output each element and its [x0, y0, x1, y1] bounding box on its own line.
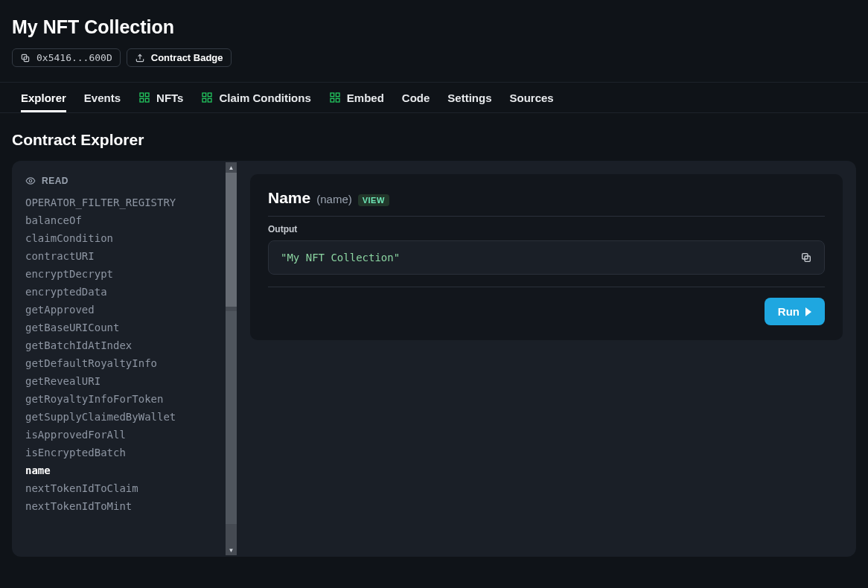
tab-sources[interactable]: Sources — [510, 83, 554, 112]
play-icon — [805, 307, 811, 316]
tab-bar: ExplorerEventsNFTsClaim ConditionsEmbedC… — [0, 82, 868, 113]
grid-icon — [201, 92, 213, 103]
function-item-encryptDecrypt[interactable]: encryptDecrypt — [25, 268, 228, 280]
svg-rect-3 — [145, 93, 149, 97]
function-signature: (name) — [316, 193, 352, 205]
tab-claim-conditions[interactable]: Claim Conditions — [201, 83, 310, 112]
read-section-header: READ — [25, 176, 228, 186]
tab-label: NFTs — [156, 92, 183, 104]
read-label: READ — [42, 176, 68, 186]
contract-badge-chip[interactable]: Contract Badge — [127, 48, 232, 67]
tab-label: Events — [84, 92, 121, 104]
tab-label: Embed — [347, 92, 384, 104]
tab-explorer[interactable]: Explorer — [21, 83, 66, 112]
eye-icon — [25, 176, 36, 186]
svg-rect-9 — [208, 98, 212, 102]
svg-rect-6 — [202, 93, 206, 97]
svg-rect-8 — [202, 98, 206, 102]
function-item-claimCondition[interactable]: claimCondition — [25, 232, 228, 244]
function-item-getRoyaltyInfoForToken[interactable]: getRoyaltyInfoForToken — [25, 393, 228, 405]
run-button[interactable]: Run — [765, 298, 825, 325]
copy-output-icon[interactable] — [800, 252, 812, 263]
function-item-getApproved[interactable]: getApproved — [25, 304, 228, 316]
tab-code[interactable]: Code — [402, 83, 430, 112]
tab-settings[interactable]: Settings — [447, 83, 491, 112]
function-item-name[interactable]: name — [25, 464, 228, 476]
scrollbar-thumb-secondary[interactable] — [226, 311, 237, 524]
svg-rect-2 — [140, 93, 144, 97]
scroll-down-arrow[interactable]: ▼ — [226, 545, 237, 555]
function-item-getBaseURICount[interactable]: getBaseURICount — [25, 322, 228, 333]
tab-embed[interactable]: Embed — [329, 83, 384, 112]
function-name-heading: Name — [268, 189, 310, 207]
tab-label: Explorer — [21, 92, 66, 104]
function-item-isApprovedForAll[interactable]: isApprovedForAll — [25, 429, 228, 441]
output-label: Output — [268, 224, 825, 234]
scroll-up-arrow[interactable]: ▲ — [226, 162, 237, 173]
function-item-OPERATOR_FILTER_REGISTRY[interactable]: OPERATOR_FILTER_REGISTRY — [25, 196, 228, 208]
svg-rect-5 — [145, 98, 149, 102]
share-icon — [135, 53, 145, 63]
tab-nfts[interactable]: NFTs — [138, 83, 183, 112]
scrollbar-thumb[interactable] — [226, 173, 237, 307]
svg-rect-11 — [336, 93, 339, 97]
contract-address-text: 0x5416...600D — [36, 52, 112, 63]
svg-rect-13 — [336, 98, 339, 102]
tab-label: Claim Conditions — [219, 92, 310, 104]
section-title: Contract Explorer — [0, 113, 868, 161]
svg-point-14 — [29, 179, 32, 182]
svg-rect-7 — [208, 93, 212, 97]
tab-label: Code — [402, 92, 430, 104]
function-item-isEncryptedBatch[interactable]: isEncryptedBatch — [25, 447, 228, 458]
copy-icon — [20, 53, 31, 63]
function-item-balanceOf[interactable]: balanceOf — [25, 214, 228, 226]
run-button-label: Run — [778, 305, 800, 318]
function-item-nextTokenIdToClaim[interactable]: nextTokenIdToClaim — [25, 482, 228, 494]
svg-rect-4 — [140, 98, 144, 102]
svg-rect-12 — [331, 98, 334, 102]
function-item-getDefaultRoyaltyInfo[interactable]: getDefaultRoyaltyInfo — [25, 357, 228, 369]
output-value: "My NFT Collection" — [281, 252, 400, 263]
view-badge: VIEW — [358, 194, 389, 206]
tab-events[interactable]: Events — [84, 83, 121, 112]
function-item-getBatchIdAtIndex[interactable]: getBatchIdAtIndex — [25, 339, 228, 351]
svg-rect-10 — [331, 93, 334, 97]
grid-icon — [138, 92, 150, 103]
tab-label: Sources — [510, 92, 554, 104]
function-item-nextTokenIdToMint[interactable]: nextTokenIdToMint — [25, 500, 228, 512]
grid-icon — [329, 92, 341, 103]
function-item-getRevealURI[interactable]: getRevealURI — [25, 375, 228, 387]
contract-badge-label: Contract Badge — [151, 52, 223, 63]
scrollbar-track[interactable]: ▲ ▼ — [226, 162, 237, 555]
tab-label: Settings — [447, 92, 491, 104]
page-title: My NFT Collection — [12, 16, 856, 38]
function-item-contractURI[interactable]: contractURI — [25, 250, 228, 262]
contract-address-chip[interactable]: 0x5416...600D — [12, 48, 121, 67]
function-item-getSupplyClaimedByWallet[interactable]: getSupplyClaimedByWallet — [25, 411, 228, 423]
function-item-encryptedData[interactable]: encryptedData — [25, 286, 228, 298]
